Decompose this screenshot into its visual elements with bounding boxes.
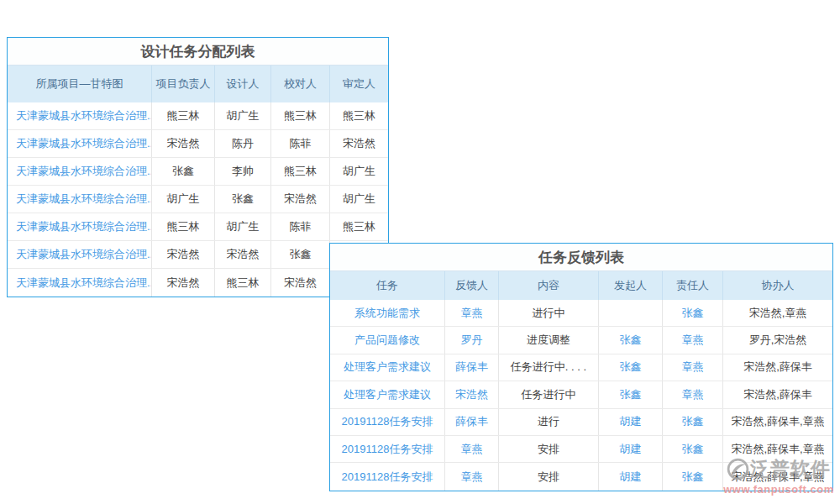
owner-link[interactable]: 张鑫 bbox=[663, 409, 723, 435]
initiator-link[interactable]: 张鑫 bbox=[599, 354, 663, 381]
assistants-cell: 宋浩然,薛保丰 bbox=[723, 354, 832, 381]
column-header-designer: 设计人 bbox=[215, 66, 271, 102]
feedback-by-link[interactable]: 章燕 bbox=[445, 300, 499, 326]
task-link[interactable]: 产品问题修改 bbox=[330, 327, 445, 353]
design-table-header: 所属项目—甘特图 项目负责人 设计人 校对人 审定人 bbox=[8, 66, 388, 102]
column-header-feedback-by: 反馈人 bbox=[445, 271, 499, 300]
feedback-table-row: 处理客户需求建议宋浩然任务进行中张鑫章燕宋浩然,薛保丰 bbox=[330, 381, 832, 408]
owner-link[interactable]: 章燕 bbox=[663, 381, 723, 407]
assistants-cell: 宋浩然,薛保丰,章燕 bbox=[723, 409, 832, 435]
approver-cell: 熊三林 bbox=[330, 213, 388, 240]
feedback-by-link[interactable]: 薛保丰 bbox=[445, 354, 499, 381]
assistants-cell: 宋浩然,薛保丰 bbox=[723, 381, 832, 407]
assistants-cell: 宋浩然,薛保丰,章燕 bbox=[723, 463, 832, 490]
owner-link[interactable]: 张鑫 bbox=[663, 300, 723, 326]
proofreader-cell: 宋浩然 bbox=[271, 186, 330, 213]
task-feedback-table: 任务反馈列表 任务 反馈人 内容 发起人 责任人 协办人 系统功能需求章燕进行中… bbox=[329, 243, 833, 491]
project-link[interactable]: 天津蒙城县水环境综合治理... bbox=[8, 186, 152, 213]
task-link[interactable]: 20191128任务安排 bbox=[330, 463, 445, 490]
designer-cell: 张鑫 bbox=[215, 186, 271, 213]
content-cell: 任务进行中. . . . bbox=[499, 354, 599, 381]
design-table-row: 天津蒙城县水环境综合治理...宋浩然陈丹陈菲宋浩然 bbox=[8, 130, 388, 158]
owner-link[interactable]: 张鑫 bbox=[663, 463, 723, 490]
initiator-link[interactable]: 胡建 bbox=[599, 436, 663, 462]
manager-cell: 胡广生 bbox=[152, 186, 215, 213]
approver-cell: 胡广生 bbox=[330, 158, 388, 185]
designer-cell: 李帅 bbox=[215, 158, 271, 185]
feedback-by-link[interactable]: 章燕 bbox=[445, 436, 499, 462]
task-link[interactable]: 处理客户需求建议 bbox=[330, 354, 445, 381]
initiator-link[interactable]: 胡建 bbox=[599, 463, 663, 490]
owner-link[interactable]: 章燕 bbox=[663, 354, 723, 381]
column-header-task: 任务 bbox=[330, 271, 445, 300]
assistants-cell: 罗丹,宋浩然 bbox=[723, 327, 832, 353]
feedback-by-link[interactable]: 宋浩然 bbox=[445, 381, 499, 407]
assistants-cell: 宋浩然,章燕 bbox=[723, 300, 832, 326]
proofreader-cell: 熊三林 bbox=[271, 102, 330, 129]
column-header-initiator: 发起人 bbox=[599, 271, 663, 300]
proofreader-cell: 陈菲 bbox=[271, 130, 330, 157]
proofreader-cell: 陈菲 bbox=[271, 213, 330, 240]
designer-cell: 胡广生 bbox=[215, 213, 271, 240]
content-cell: 安排 bbox=[499, 436, 599, 462]
designer-cell: 熊三林 bbox=[215, 269, 271, 297]
initiator-link[interactable]: 张鑫 bbox=[599, 381, 663, 407]
content-cell: 安排 bbox=[499, 463, 599, 490]
column-header-owner: 责任人 bbox=[663, 271, 723, 300]
proofreader-cell: 张鑫 bbox=[271, 241, 330, 268]
feedback-table-row: 产品问题修改罗丹进度调整张鑫章燕罗丹,宋浩然 bbox=[330, 327, 832, 354]
design-table-row: 天津蒙城县水环境综合治理...熊三林胡广生熊三林熊三林 bbox=[8, 102, 388, 130]
column-header-manager: 项目负责人 bbox=[152, 66, 215, 102]
manager-cell: 宋浩然 bbox=[152, 269, 215, 297]
task-link[interactable]: 系统功能需求 bbox=[330, 300, 445, 326]
manager-cell: 熊三林 bbox=[152, 102, 215, 129]
designer-cell: 宋浩然 bbox=[215, 241, 271, 268]
manager-cell: 熊三林 bbox=[152, 213, 215, 240]
content-cell: 进行 bbox=[499, 409, 599, 435]
content-cell: 任务进行中 bbox=[499, 381, 599, 407]
project-link[interactable]: 天津蒙城县水环境综合治理... bbox=[8, 102, 152, 129]
project-link[interactable]: 天津蒙城县水环境综合治理... bbox=[8, 130, 152, 157]
owner-link[interactable]: 张鑫 bbox=[663, 436, 723, 462]
feedback-table-row: 20191128任务安排章燕安排胡建张鑫宋浩然,薛保丰,章燕 bbox=[330, 436, 832, 463]
feedback-by-link[interactable]: 罗丹 bbox=[445, 327, 499, 353]
manager-cell: 张鑫 bbox=[152, 158, 215, 185]
task-link[interactable]: 20191128任务安排 bbox=[330, 436, 445, 462]
content-cell: 进行中 bbox=[499, 300, 599, 326]
project-link[interactable]: 天津蒙城县水环境综合治理... bbox=[8, 158, 152, 185]
initiator-link[interactable]: 胡建 bbox=[599, 409, 663, 435]
manager-cell: 宋浩然 bbox=[152, 241, 215, 268]
content-cell: 进度调整 bbox=[499, 327, 599, 353]
approver-cell: 熊三林 bbox=[330, 102, 388, 129]
project-link[interactable]: 天津蒙城县水环境综合治理... bbox=[8, 241, 152, 268]
design-table-row: 天津蒙城县水环境综合治理...张鑫李帅熊三林胡广生 bbox=[8, 158, 388, 186]
feedback-table-row: 处理客户需求建议薛保丰任务进行中. . . .张鑫章燕宋浩然,薛保丰 bbox=[330, 354, 832, 381]
initiator-link[interactable]: 张鑫 bbox=[599, 327, 663, 353]
feedback-table-title: 任务反馈列表 bbox=[330, 244, 832, 271]
proofreader-cell: 熊三林 bbox=[271, 158, 330, 185]
column-header-proofreader: 校对人 bbox=[271, 66, 330, 102]
assistants-cell: 宋浩然,薛保丰,章燕 bbox=[723, 436, 832, 462]
feedback-table-body: 系统功能需求章燕进行中张鑫宋浩然,章燕产品问题修改罗丹进度调整张鑫章燕罗丹,宋浩… bbox=[330, 300, 832, 491]
column-header-content: 内容 bbox=[499, 271, 599, 300]
owner-link[interactable]: 章燕 bbox=[663, 327, 723, 353]
project-link[interactable]: 天津蒙城县水环境综合治理... bbox=[8, 269, 152, 297]
task-link[interactable]: 20191128任务安排 bbox=[330, 409, 445, 435]
project-link[interactable]: 天津蒙城县水环境综合治理... bbox=[8, 213, 152, 240]
design-table-title: 设计任务分配列表 bbox=[8, 38, 388, 66]
feedback-by-link[interactable]: 薛保丰 bbox=[445, 409, 499, 435]
approver-cell: 宋浩然 bbox=[330, 130, 388, 157]
feedback-table-row: 20191128任务安排章燕安排胡建张鑫宋浩然,薛保丰,章燕 bbox=[330, 463, 832, 490]
column-header-approver: 审定人 bbox=[330, 66, 388, 102]
feedback-table-header: 任务 反馈人 内容 发起人 责任人 协办人 bbox=[330, 271, 832, 300]
task-link[interactable]: 处理客户需求建议 bbox=[330, 381, 445, 407]
column-header-project: 所属项目—甘特图 bbox=[8, 66, 152, 102]
design-table-row: 天津蒙城县水环境综合治理...胡广生张鑫宋浩然胡广生 bbox=[8, 186, 388, 213]
initiator-link bbox=[599, 300, 663, 326]
design-table-row: 天津蒙城县水环境综合治理...熊三林胡广生陈菲熊三林 bbox=[8, 213, 388, 241]
feedback-table-row: 系统功能需求章燕进行中张鑫宋浩然,章燕 bbox=[330, 300, 832, 327]
designer-cell: 陈丹 bbox=[215, 130, 271, 157]
feedback-by-link[interactable]: 章燕 bbox=[445, 463, 499, 490]
proofreader-cell: 宋浩然 bbox=[271, 269, 330, 297]
feedback-table-row: 20191128任务安排薛保丰进行胡建张鑫宋浩然,薛保丰,章燕 bbox=[330, 409, 832, 436]
